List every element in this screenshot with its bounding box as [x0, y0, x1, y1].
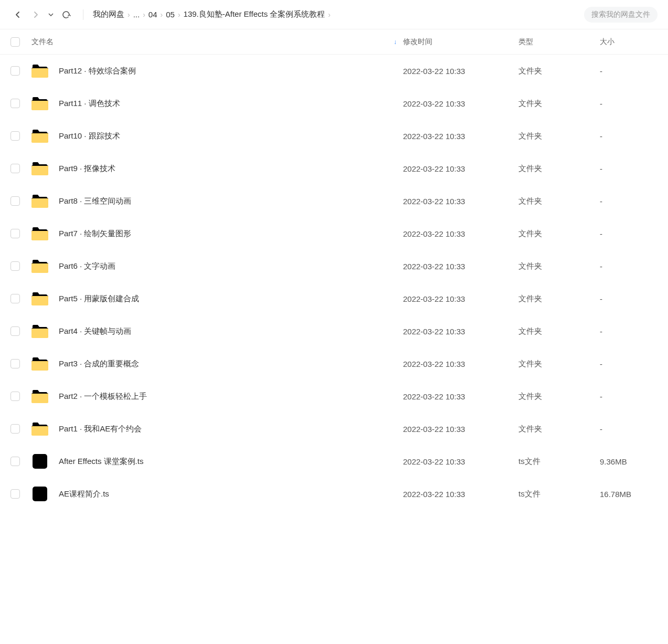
toolbar: 我的网盘 › ... › 04 › 05 › 139.良知塾-After Eff…: [0, 0, 668, 29]
file-row[interactable]: Part8 · 三维空间动画2022-03-22 10:33文件夹-: [0, 185, 668, 217]
folder-icon: [31, 389, 48, 404]
video-file-icon: [31, 454, 48, 469]
file-row[interactable]: Part11 · 调色技术2022-03-22 10:33文件夹-: [0, 87, 668, 120]
file-date: 2022-03-22 10:33: [403, 457, 518, 466]
file-size: 16.78MB: [600, 490, 658, 499]
file-type: ts文件: [518, 489, 600, 499]
file-date: 2022-03-22 10:33: [403, 132, 518, 141]
file-row[interactable]: Part2 · 一个模板轻松上手2022-03-22 10:33文件夹-: [0, 380, 668, 413]
file-type: 文件夹: [518, 196, 600, 206]
column-header-label: 文件名: [31, 37, 54, 47]
file-size: -: [600, 197, 658, 206]
file-type: 文件夹: [518, 66, 600, 76]
row-checkbox[interactable]: [10, 326, 20, 336]
refresh-icon: [61, 10, 71, 19]
row-checkbox[interactable]: [10, 196, 20, 206]
column-header-name[interactable]: 文件名 ↓: [31, 37, 403, 47]
file-name[interactable]: Part4 · 关键帧与动画: [59, 326, 131, 336]
breadcrumb-separator: ›: [128, 10, 130, 19]
file-date: 2022-03-22 10:33: [403, 197, 518, 206]
select-all-checkbox[interactable]: [10, 37, 20, 47]
file-list: Part12 · 特效综合案例2022-03-22 10:33文件夹-Part1…: [0, 55, 668, 510]
search-input[interactable]: 搜索我的网盘文件: [584, 7, 658, 23]
breadcrumb-separator: ›: [143, 10, 145, 19]
breadcrumb-item[interactable]: 139.良知塾-After Effects 全案例系统教程: [184, 9, 325, 19]
column-header-type[interactable]: 类型: [518, 37, 600, 47]
row-checkbox[interactable]: [10, 457, 20, 466]
file-name[interactable]: After Effects 课堂案例.ts: [59, 457, 143, 467]
row-checkbox[interactable]: [10, 164, 20, 173]
breadcrumb-item[interactable]: 05: [166, 10, 175, 19]
file-date: 2022-03-22 10:33: [403, 490, 518, 499]
file-size: -: [600, 294, 658, 303]
file-row[interactable]: Part10 · 跟踪技术2022-03-22 10:33文件夹-: [0, 120, 668, 152]
file-name[interactable]: Part1 · 我和AE有个约会: [59, 424, 142, 434]
row-checkbox[interactable]: [10, 261, 20, 271]
file-date: 2022-03-22 10:33: [403, 327, 518, 336]
refresh-button[interactable]: [59, 7, 73, 22]
search-placeholder: 搜索我的网盘文件: [591, 10, 650, 18]
nav-history-dropdown[interactable]: [46, 7, 56, 22]
row-checkbox[interactable]: [10, 424, 20, 434]
file-date: 2022-03-22 10:33: [403, 392, 518, 401]
caret-down-icon: [48, 12, 54, 17]
file-name[interactable]: Part3 · 合成的重要概念: [59, 359, 139, 369]
chevron-right-icon: [31, 10, 40, 19]
file-date: 2022-03-22 10:33: [403, 294, 518, 303]
column-header-date[interactable]: 修改时间: [403, 37, 518, 47]
file-row[interactable]: AE课程简介.ts2022-03-22 10:33ts文件16.78MB: [0, 478, 668, 510]
breadcrumb-item[interactable]: ...: [133, 10, 140, 19]
breadcrumb-separator: ›: [161, 10, 163, 19]
file-type: 文件夹: [518, 294, 600, 304]
file-size: -: [600, 67, 658, 76]
file-date: 2022-03-22 10:33: [403, 229, 518, 238]
file-name[interactable]: Part11 · 调色技术: [59, 99, 120, 109]
nav-forward-button[interactable]: [28, 7, 43, 22]
file-row[interactable]: Part6 · 文字动画2022-03-22 10:33文件夹-: [0, 250, 668, 282]
file-row[interactable]: Part7 · 绘制矢量图形2022-03-22 10:33文件夹-: [0, 217, 668, 250]
breadcrumb-separator: ›: [178, 10, 181, 19]
file-size: -: [600, 360, 658, 368]
breadcrumb-item[interactable]: 04: [149, 10, 157, 19]
file-row[interactable]: Part5 · 用蒙版创建合成2022-03-22 10:33文件夹-: [0, 282, 668, 315]
file-row[interactable]: After Effects 课堂案例.ts2022-03-22 10:33ts文…: [0, 445, 668, 478]
file-name[interactable]: Part7 · 绘制矢量图形: [59, 229, 131, 239]
file-type: 文件夹: [518, 99, 600, 109]
file-size: -: [600, 229, 658, 238]
row-checkbox[interactable]: [10, 392, 20, 401]
file-name[interactable]: Part8 · 三维空间动画: [59, 196, 131, 206]
row-checkbox[interactable]: [10, 229, 20, 238]
breadcrumb-item[interactable]: 我的网盘: [93, 9, 124, 19]
folder-icon: [31, 291, 48, 306]
row-checkbox[interactable]: [10, 489, 20, 499]
row-checkbox[interactable]: [10, 99, 20, 108]
file-row[interactable]: Part12 · 特效综合案例2022-03-22 10:33文件夹-: [0, 55, 668, 87]
file-row[interactable]: Part9 · 抠像技术2022-03-22 10:33文件夹-: [0, 152, 668, 185]
file-name[interactable]: Part2 · 一个模板轻松上手: [59, 392, 147, 402]
file-row[interactable]: Part4 · 关键帧与动画2022-03-22 10:33文件夹-: [0, 315, 668, 347]
file-name[interactable]: Part5 · 用蒙版创建合成: [59, 294, 139, 304]
file-date: 2022-03-22 10:33: [403, 67, 518, 76]
file-name[interactable]: Part6 · 文字动画: [59, 261, 115, 271]
row-checkbox[interactable]: [10, 359, 20, 368]
file-type: 文件夹: [518, 229, 600, 239]
file-row[interactable]: Part1 · 我和AE有个约会2022-03-22 10:33文件夹-: [0, 413, 668, 445]
file-name[interactable]: Part10 · 跟踪技术: [59, 131, 120, 141]
row-checkbox[interactable]: [10, 66, 20, 76]
nav-back-button[interactable]: [10, 7, 25, 22]
folder-icon: [31, 226, 48, 241]
breadcrumb-separator: ›: [328, 10, 331, 19]
file-name[interactable]: Part9 · 抠像技术: [59, 164, 115, 174]
row-checkbox[interactable]: [10, 131, 20, 141]
folder-icon: [31, 129, 48, 143]
file-size: -: [600, 327, 658, 336]
file-name[interactable]: Part12 · 特效综合案例: [59, 66, 136, 76]
row-checkbox[interactable]: [10, 294, 20, 303]
column-header-size[interactable]: 大小: [600, 37, 658, 47]
file-row[interactable]: Part3 · 合成的重要概念2022-03-22 10:33文件夹-: [0, 347, 668, 380]
file-date: 2022-03-22 10:33: [403, 262, 518, 271]
file-name[interactable]: AE课程简介.ts: [59, 489, 109, 499]
file-type: 文件夹: [518, 326, 600, 336]
file-date: 2022-03-22 10:33: [403, 99, 518, 108]
folder-icon: [31, 421, 48, 436]
